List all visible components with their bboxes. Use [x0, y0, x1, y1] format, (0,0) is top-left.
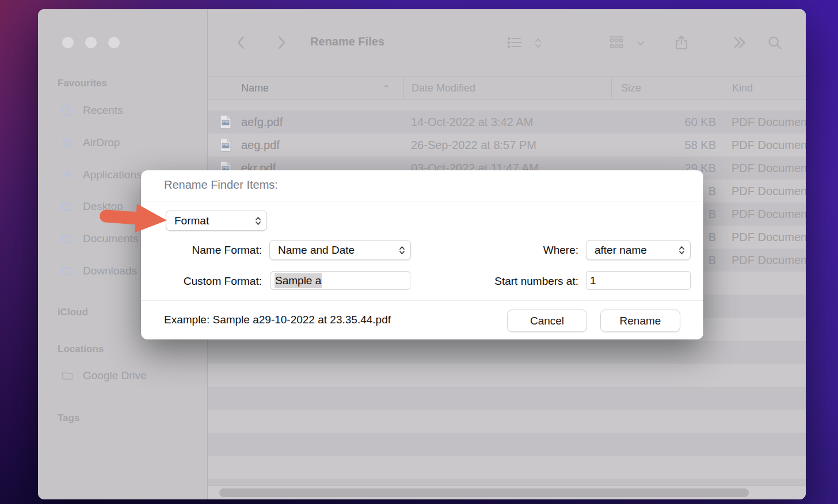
- file-kind: PDF Document: [722, 162, 806, 175]
- selected-text: Sample a: [275, 273, 322, 288]
- clock-icon: [60, 103, 75, 118]
- dialog-title: Rename Finder Items:: [164, 178, 278, 192]
- column-header-row: Name ⌃ Date Modified Size Kind: [208, 77, 806, 100]
- minimize-button[interactable]: [85, 37, 97, 48]
- divider: [141, 300, 703, 301]
- toolbar: Rename Files: [208, 9, 806, 77]
- search-icon[interactable]: [767, 35, 783, 51]
- file-row[interactable]: aeg.pdf26-Sep-2022 at 8:57 PM58 KBPDF Do…: [208, 133, 806, 156]
- folder-icon: [60, 199, 75, 214]
- custom-format-input[interactable]: Sample a: [271, 271, 410, 290]
- list-view-icon[interactable]: [506, 35, 523, 51]
- share-icon[interactable]: [673, 35, 690, 51]
- file-name: aeg.pdf: [208, 139, 403, 152]
- chevron-right-icon[interactable]: [273, 35, 290, 51]
- file-kind: PDF Document: [722, 231, 806, 244]
- sidebar-item-airdrop[interactable]: AirDrop: [38, 133, 207, 152]
- file-date-modified: 14-Oct-2022 at 3:42 AM: [403, 116, 611, 129]
- file-kind: PDF Document: [722, 185, 806, 198]
- airdrop-icon: [60, 135, 75, 150]
- folder-icon: [60, 264, 75, 278]
- sidebar-section-tags: Tags: [38, 409, 207, 427]
- start-numbers-input[interactable]: 1: [586, 271, 691, 290]
- where-dropdown[interactable]: after name: [586, 240, 691, 260]
- chevron-down-icon[interactable]: [635, 37, 646, 49]
- red-arrow-annotation: [97, 199, 172, 240]
- group-view-icon[interactable]: [608, 35, 624, 51]
- sort-asc-icon: ⌃: [383, 83, 390, 93]
- file-kind: PDF Document: [722, 139, 806, 152]
- file-size: 60 KB: [611, 116, 722, 129]
- horizontal-scrollbar: [208, 485, 806, 499]
- file-kind: PDF Document: [722, 208, 806, 221]
- sidebar-item-recents[interactable]: Recents: [38, 101, 207, 120]
- format-dropdown[interactable]: Format: [166, 211, 267, 231]
- column-header-size[interactable]: Size: [611, 77, 722, 99]
- sidebar-section-locations: Locations: [38, 340, 207, 358]
- rename-button[interactable]: Rename: [600, 310, 680, 332]
- more-icon[interactable]: [731, 35, 747, 51]
- window-title: Rename Files: [310, 35, 384, 48]
- pdf-file-icon: [219, 116, 232, 129]
- pdf-file-icon: [219, 139, 232, 152]
- name-format-dropdown[interactable]: Name and Date: [269, 240, 411, 260]
- horizontal-scrollbar-thumb[interactable]: [219, 488, 749, 497]
- stepper-icon: [679, 245, 685, 255]
- file-kind: PDF Document: [722, 116, 806, 129]
- file-kind: PDF Document: [722, 254, 806, 267]
- sidebar-item-google-drive[interactable]: Google Drive: [38, 366, 207, 385]
- stepper-icon: [255, 216, 261, 226]
- custom-format-label: Custom Format:: [141, 275, 262, 288]
- start-numbers-label: Start numbers at:: [463, 275, 578, 288]
- example-text: Example: Sample a29-10-2022 at 23.35.44.…: [164, 314, 391, 326]
- sort-stepper-icon[interactable]: [532, 37, 544, 49]
- file-size: 58 KB: [611, 139, 722, 152]
- close-button[interactable]: [62, 37, 74, 48]
- name-format-label: Name Format:: [141, 244, 262, 257]
- folder-icon: [60, 368, 75, 383]
- file-row[interactable]: aefg.pdf14-Oct-2022 at 3:42 AM60 KBPDF D…: [208, 110, 806, 133]
- column-header-date-modified[interactable]: Date Modified: [403, 77, 611, 99]
- stepper-icon: [399, 245, 405, 255]
- where-label: Where:: [463, 244, 578, 257]
- sidebar-section-favourites: Favourites: [38, 74, 207, 93]
- cancel-button[interactable]: Cancel: [507, 310, 587, 332]
- file-name: aefg.pdf: [208, 116, 403, 129]
- column-header-name[interactable]: Name ⌃: [208, 77, 403, 99]
- rename-finder-items-dialog: Rename Finder Items: Format Name Format:…: [141, 170, 703, 339]
- folder-icon: [60, 231, 75, 246]
- zoom-button[interactable]: [108, 37, 120, 48]
- column-header-kind[interactable]: Kind: [722, 77, 806, 99]
- chevron-left-icon[interactable]: [233, 35, 249, 51]
- file-date-modified: 26-Sep-2022 at 8:57 PM: [403, 139, 611, 152]
- divider: [141, 201, 703, 201]
- appstore-icon: [60, 167, 75, 182]
